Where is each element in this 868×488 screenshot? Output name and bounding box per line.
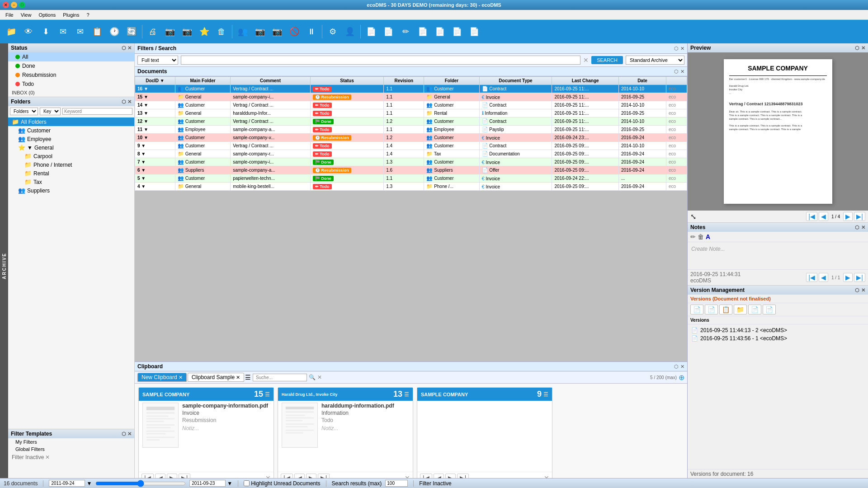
notes-last-btn[interactable]: ▶| (854, 273, 865, 282)
preview-expand-icon[interactable]: ⬡ (855, 45, 859, 51)
col-date[interactable]: Date (618, 77, 666, 85)
menu-view[interactable]: View (17, 11, 35, 19)
filter-global[interactable]: Global Filters (8, 446, 134, 453)
scan2-button[interactable]: 📷 (179, 24, 195, 39)
table-row[interactable]: 16 ▼ 👥 Customer Vertrag / Contract ... ✏… (135, 85, 687, 93)
notes-next-btn[interactable]: ▶ (843, 273, 853, 282)
folder-general[interactable]: ⭐ ▼ General (8, 143, 134, 152)
clipboard-menu-icon[interactable]: ☰ (245, 374, 251, 381)
maximize-button[interactable]: □ (19, 2, 25, 8)
note-delete-icon[interactable]: 🗑 (698, 233, 704, 240)
row-expand-icon[interactable]: ▼ (141, 151, 146, 156)
notes-content[interactable]: Create Note... (688, 242, 868, 269)
block-button[interactable]: 🚫 (287, 24, 302, 39)
version-btn3[interactable]: 📋 (719, 305, 732, 314)
table-row[interactable]: 15 ▼ 📁 General sample-company-i... 🕐 Res… (135, 93, 687, 101)
users-button[interactable]: 👥 (235, 24, 250, 39)
clipboard-tab-new-close[interactable]: ✕ (179, 375, 183, 380)
status-todo[interactable]: Todo (8, 80, 134, 89)
status-done[interactable]: Done (8, 61, 134, 70)
filter-expand-icon[interactable]: ⬡ (122, 431, 126, 437)
table-row[interactable]: 13 ▼ 📁 General haralddump-Infor... ✏ Tod… (135, 109, 687, 117)
search-input[interactable] (181, 56, 580, 65)
preview-first-btn[interactable]: |◀ (806, 212, 817, 221)
date-slider[interactable] (95, 480, 186, 487)
folder-rental[interactable]: 📁 Rental (8, 169, 134, 178)
user-button[interactable]: 👤 (342, 24, 358, 39)
menu-help[interactable]: ? (83, 11, 93, 19)
status-expand-icon[interactable]: ⬡ (122, 45, 126, 51)
docs-expand-icon[interactable]: ⬡ (674, 69, 679, 75)
col-folder[interactable]: Folder (424, 77, 479, 85)
date-to-input[interactable] (189, 480, 226, 487)
settings-button[interactable]: ⚙ (325, 24, 340, 39)
edit-button[interactable]: ✏ (398, 24, 413, 39)
table-row[interactable]: 14 ▼ 👥 Customer Vertrag / Contract ... ✏… (135, 101, 687, 109)
folder-carpool[interactable]: 📁 Carpool (8, 152, 134, 160)
folder-keyword-input[interactable] (62, 108, 132, 115)
doc2-button[interactable]: 📄 (381, 24, 396, 39)
folder-all[interactable]: 📁 All Folders (8, 117, 134, 126)
doc4-button[interactable]: 📄 (432, 24, 448, 39)
clipboard-close-icon[interactable]: ✕ (680, 364, 684, 370)
status-close-icon[interactable]: ✕ (127, 45, 132, 51)
notes-first-btn[interactable]: |◀ (806, 273, 817, 282)
star-button[interactable]: ⭐ (197, 24, 212, 39)
search-type-select[interactable]: Full text (137, 56, 178, 65)
row-expand-icon[interactable]: ▼ (144, 86, 148, 91)
row-expand-icon[interactable]: ▼ (141, 160, 146, 164)
row-expand-icon[interactable]: ▼ (141, 176, 146, 181)
doc3-button[interactable]: 📄 (415, 24, 430, 39)
status-all[interactable]: All (8, 52, 134, 61)
clipboard-tab-sample[interactable]: Clipboard Sample ✕ (188, 373, 244, 382)
col-lastchange[interactable]: Last Change (552, 77, 618, 85)
notes-close-icon[interactable]: ✕ (861, 225, 865, 230)
date-dropdown-icon[interactable]: ▼ (86, 480, 92, 487)
clipboard-btn[interactable]: 📋 (90, 24, 105, 39)
note-font-icon[interactable]: A (706, 233, 710, 240)
version-btn6[interactable]: 📄 (763, 305, 776, 314)
search-button[interactable]: SEARCH (591, 56, 623, 64)
delete-button[interactable]: 🗑 (214, 24, 229, 39)
highlight-unread-checkbox[interactable] (244, 480, 250, 486)
doc6-button[interactable]: 📄 (467, 24, 482, 39)
docs-close-icon[interactable]: ✕ (680, 69, 684, 75)
row-expand-icon[interactable]: ▼ (141, 168, 146, 173)
new-doc-button[interactable]: 📁 (4, 24, 19, 39)
date-to-dropdown-icon[interactable]: ▼ (227, 480, 232, 487)
clipboard-search-clear-icon[interactable]: ✕ (317, 374, 322, 380)
folders-close-icon[interactable]: ✕ (127, 99, 132, 105)
search-results-input[interactable] (385, 480, 408, 487)
col-comment[interactable]: Comment (231, 77, 311, 85)
time-button[interactable]: 🕐 (107, 24, 122, 39)
filter-my[interactable]: My Filters (8, 438, 134, 446)
view-button[interactable]: 👁 (21, 24, 36, 39)
version-close-icon[interactable]: ✕ (861, 287, 865, 293)
row-expand-icon[interactable]: ▼ (141, 143, 146, 148)
row-expand-icon[interactable]: ▼ (144, 135, 148, 140)
minimize-button[interactable]: − (11, 2, 17, 8)
preview-last-btn[interactable]: ▶| (854, 212, 865, 221)
row-expand-icon[interactable]: ▼ (144, 103, 148, 108)
table-row[interactable]: 6 ▼ 👥 Suppliers sample-company-a... 🕐 Re… (135, 166, 687, 174)
print-button[interactable]: 🖨 (145, 24, 160, 39)
col-mainfolder[interactable]: Main Folder (175, 77, 230, 85)
table-row[interactable]: 11 ▼ 👥 Employee sample-company-a... ✏ To… (135, 126, 687, 134)
card-9-menu-icon[interactable]: ☰ (543, 391, 548, 398)
version-btn5[interactable]: 📄 (748, 305, 761, 314)
clipboard-tab-new[interactable]: New Clipboard ✕ (137, 373, 187, 382)
col-status[interactable]: Status (310, 77, 383, 85)
clipboard-expand-icon[interactable]: ⬡ (674, 364, 679, 370)
folder-customer[interactable]: 👥 Customer (8, 126, 134, 135)
table-row[interactable]: 10 ▼ 👥 Customer sample-company-v... 🕐 Re… (135, 134, 687, 142)
search-archive-select[interactable]: Standard Archive (626, 56, 684, 65)
filters-close-icon[interactable]: ✕ (680, 46, 684, 52)
version-item-2[interactable]: 📄 2016-09-25 11:43:56 - 1 <ecoDMS> (689, 334, 866, 343)
pause-button[interactable]: ⏸ (304, 24, 319, 39)
note-edit-icon[interactable]: ✏ (690, 233, 696, 240)
clipboard-search-input[interactable] (253, 374, 307, 381)
table-row[interactable]: 8 ▼ 📁 General sample-company-r... ✏ Todo… (135, 150, 687, 158)
notes-expand-icon[interactable]: ⬡ (855, 225, 859, 230)
doc5-button[interactable]: 📄 (449, 24, 465, 39)
scan-button[interactable]: 📷 (162, 24, 178, 39)
